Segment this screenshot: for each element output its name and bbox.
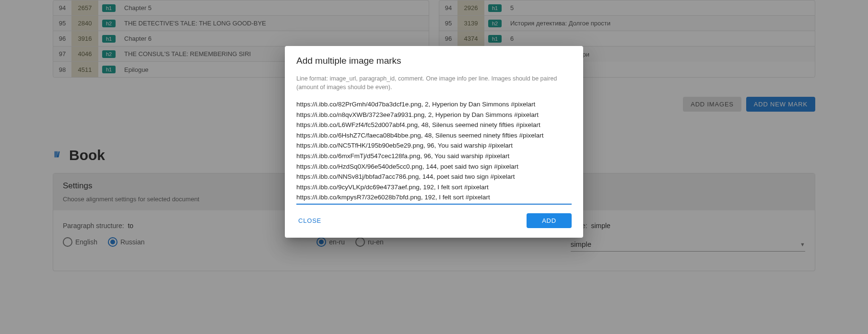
close-button[interactable]: Close — [296, 214, 323, 227]
add-button[interactable]: Add — [527, 213, 572, 228]
dialog-title: Add multiple image marks — [296, 56, 572, 66]
add-images-dialog: Add multiple image marks Line format: im… — [285, 46, 583, 238]
dialog-hint: Line format: image_url, paragraph_id, co… — [296, 75, 572, 92]
dialog-textarea[interactable]: https://i.ibb.co/82PrGmh/40d7ba3dcf1e.pn… — [296, 99, 572, 205]
